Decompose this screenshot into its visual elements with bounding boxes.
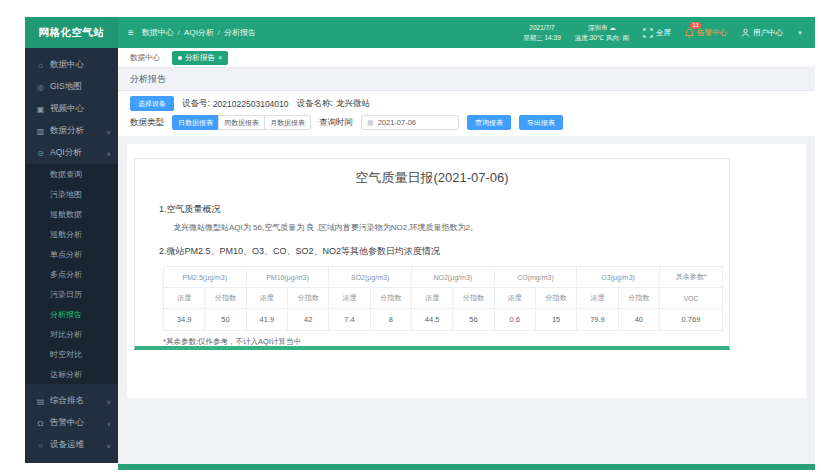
sidebar-item-single-point-analysis[interactable]: 单点分析 (25, 244, 118, 264)
sidebar-item-device-ops[interactable]: ○设备运维∨ (25, 434, 118, 456)
sidebar-item-multi-point-analysis[interactable]: 多点分析 (25, 264, 118, 284)
aqi-icon: ⊙ (36, 149, 45, 158)
chevron-down-icon: ∨ (107, 442, 111, 449)
chevron-down-icon: ∨ (107, 128, 111, 135)
fullscreen-icon (643, 28, 653, 38)
table-subheader: 浓度 (246, 288, 287, 309)
sidebar-item-label: 多点分析 (50, 269, 82, 280)
table-subheader: 分指数 (618, 288, 659, 309)
type-button-1[interactable]: 周数据报表 (218, 115, 265, 130)
sidebar-item-more[interactable]: ▢ (25, 456, 118, 463)
sidebar-item-analysis-report[interactable]: 分析报告 (25, 304, 118, 324)
export-report-button[interactable]: 导出报表 (519, 115, 563, 130)
menu-collapse-icon[interactable]: ≡ (128, 28, 134, 38)
sidebar-item-label: 综合排名 (50, 395, 84, 407)
table-value: 79.9 (577, 309, 618, 331)
alarm-icon: Ω (36, 419, 45, 428)
bell-icon (685, 28, 694, 38)
tab-active[interactable]: 分析报告× (172, 51, 228, 65)
chevron-down-icon: ∨ (107, 420, 111, 427)
datetime-display: 2021/7/7 星期三 14:39 (523, 23, 561, 42)
sidebar-item-label: 数据分析 (50, 125, 84, 137)
query-report-button[interactable]: 查询报表 (467, 115, 511, 130)
table-group-header: SO2(μg/m3) (329, 267, 412, 288)
sidebar-item-alarm-center[interactable]: Ω告警中心∨ (25, 412, 118, 434)
sidebar-item-pollution-map[interactable]: 污染地图 (25, 184, 118, 204)
sidebar-item-gis-map[interactable]: ◎GIS地图 (25, 76, 118, 98)
tab-item[interactable]: 数据中心 (125, 51, 165, 65)
weather-display: 深圳市 ☁ 温度:30℃ 风向: 南 (575, 23, 629, 42)
device-no-value: 2021022503104010 (213, 99, 289, 109)
table-value: 7.4 (329, 309, 370, 331)
user-icon (741, 28, 750, 37)
table-group-header: O3(μg/m3) (577, 267, 660, 288)
section1-title: 1.空气质量概况 (159, 203, 729, 216)
device-name-value: 龙兴微站 (336, 98, 370, 110)
home-icon: ⌂ (36, 61, 45, 70)
sidebar-item-aqi-analysis[interactable]: ⊙AQI分析∧ (25, 142, 118, 164)
breadcrumb-item[interactable]: 分析报告 (224, 27, 256, 38)
table-subheader: 浓度 (577, 288, 618, 309)
table-group-header: NO2(μg/m3) (411, 267, 494, 288)
table-group-header: PM2.5(μg/m3) (164, 267, 247, 288)
table-value: 56 (453, 309, 494, 331)
header-right: 2021/7/7 星期三 14:39 深圳市 ☁ 温度:30℃ 风向: 南 全屏… (523, 23, 815, 42)
sidebar-item-data-query[interactable]: 数据查询 (25, 164, 118, 184)
sidebar-item-cruise-analysis[interactable]: 巡航分析 (25, 224, 118, 244)
select-device-button[interactable]: 选择设备 (130, 96, 174, 111)
gis-icon: ◎ (36, 83, 45, 92)
sidebar-item-label: 告警中心 (50, 417, 84, 429)
type-button-0[interactable]: 日数据报表 (172, 115, 219, 130)
chevron-down-icon[interactable]: ▼ (797, 30, 803, 36)
sidebar-item-pollution-calendar[interactable]: 污染日历 (25, 284, 118, 304)
report-footnote: *其余参数:仅作参考，不计入AQI计算当中 (163, 337, 729, 347)
table-value: 44.5 (411, 309, 452, 331)
sidebar-item-label: AQI分析 (50, 147, 82, 159)
sidebar-item-spacetime-compare[interactable]: 时空对比 (25, 344, 118, 364)
user-center-button[interactable]: 用户中心 (741, 28, 783, 38)
tab-close-icon[interactable]: × (218, 54, 222, 62)
type-button-2[interactable]: 月数据报表 (264, 115, 311, 130)
query-time-label: 查询时间 (319, 117, 353, 129)
sidebar-item-label: 对比分析 (50, 329, 82, 340)
fullscreen-button[interactable]: 全屏 (643, 28, 671, 38)
section2-title: 2.微站PM2.5、PM10、O3、CO、SO2、NO2等其他参数日均浓度情况 (159, 245, 729, 258)
sidebar-item-label: 分析报告 (50, 309, 82, 320)
report-table: PM2.5(μg/m3)PM10(μg/m3)SO2(μg/m3)NO2(μg/… (163, 266, 723, 331)
date-input[interactable]: ▦ 2021-07-06 (361, 115, 459, 130)
sidebar-item-standard-analysis[interactable]: 达标分析 (25, 364, 118, 384)
table-subheader: 浓度 (329, 288, 370, 309)
chevron-down-icon: ∨ (107, 398, 111, 405)
sidebar-item-label: 数据中心 (50, 59, 84, 71)
temp-wind-text: 温度:30℃ 风向: 南 (575, 33, 629, 42)
table-group-header: 其余参数* (660, 267, 723, 288)
top-header: 网格化空气站 ≡ 数据中心/AQI分析/分析报告 2021/7/7 星期三 14… (25, 17, 815, 48)
breadcrumb-separator: / (218, 28, 220, 37)
sidebar-item-ranking[interactable]: ▤综合排名∨ (25, 390, 118, 412)
table-group-header: CO(mg/m3) (494, 267, 577, 288)
breadcrumb-separator: / (178, 28, 180, 37)
sidebar-item-video-center[interactable]: ▣视频中心 (25, 98, 118, 120)
tab-label: 数据中心 (130, 53, 160, 63)
sidebar-item-cruise-data[interactable]: 巡航数据 (25, 204, 118, 224)
section1-text: 龙兴微站微型站AQI为 56,空气质量为 良 ,区域内首要污染物为NO2,环境质… (173, 222, 729, 233)
rank-icon: ▤ (36, 397, 45, 406)
sidebar-item-label: 数据查询 (50, 169, 82, 180)
video-icon: ▣ (36, 105, 45, 114)
data-type-group: 日数据报表周数据报表月数据报表 (172, 115, 311, 130)
breadcrumb: 数据中心/AQI分析/分析报告 (142, 27, 256, 38)
table-value: 34.9 (164, 309, 205, 331)
sidebar-item-data-analysis[interactable]: ▥数据分析∨ (25, 120, 118, 142)
breadcrumb-item[interactable]: AQI分析 (184, 27, 214, 38)
table-value: 40 (618, 309, 659, 331)
tab-bar: 数据中心分析报告× (118, 48, 815, 68)
table-subheader: 分指数 (287, 288, 328, 309)
tab-active-dot (178, 56, 182, 60)
sidebar-item-compare-analysis[interactable]: 对比分析 (25, 324, 118, 344)
alarm-center-button[interactable]: 13 告警中心 (685, 28, 727, 38)
table-value: 0.6 (494, 309, 535, 331)
breadcrumb-item[interactable]: 数据中心 (142, 27, 174, 38)
table-subheader: 分指数 (453, 288, 494, 309)
sidebar-item-data-center[interactable]: ⌂数据中心 (25, 54, 118, 76)
table-value: 50 (205, 309, 246, 331)
